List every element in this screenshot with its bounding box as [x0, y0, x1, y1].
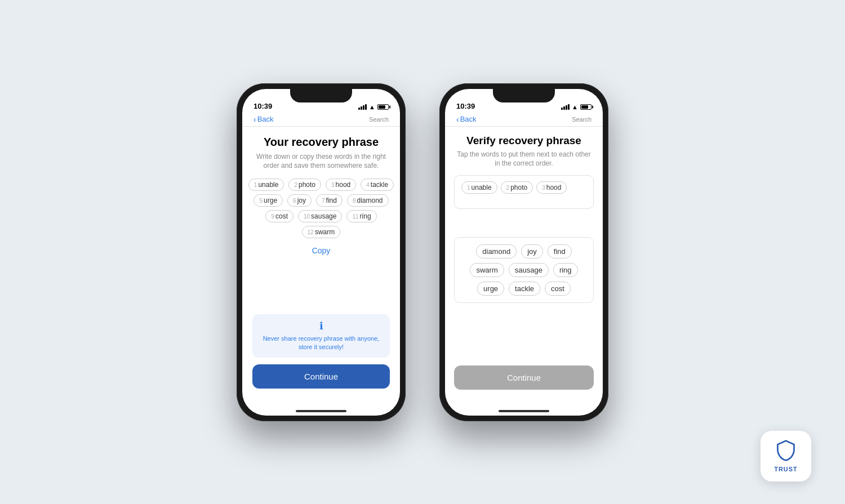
phrase-word-1: 1unable	[248, 179, 284, 191]
screen1-content: Your recovery phrase Write down or copy …	[242, 127, 400, 400]
wifi-icon: ▲	[369, 104, 375, 110]
phrase-word-4: 4tackle	[361, 179, 394, 191]
nav-search-bar-1: ‹ Back Search	[242, 114, 400, 127]
placed-word-3: 3hood	[536, 181, 567, 194]
answer-area[interactable]: 1unable 2photo 3hood	[454, 175, 594, 209]
phrase-row-2: 5urge 6joy 7find 8diamond	[254, 194, 388, 207]
back-button-2[interactable]: ‹ Back	[456, 115, 477, 124]
phone-2: 10:39 ▲ ‹ Ba	[439, 83, 608, 421]
battery-icon	[377, 104, 389, 110]
trust-shield-icon	[775, 440, 797, 462]
screen2-content: Verify recovery phrase Tap the words to …	[445, 127, 603, 400]
back-label-2: Back	[460, 115, 477, 123]
home-indicator-1	[242, 400, 400, 416]
spacer-2	[454, 215, 594, 237]
status-icons-1: ▲	[358, 104, 389, 110]
signal-icon-2	[561, 104, 570, 110]
back-label-1: Back	[257, 115, 274, 123]
verify-phrase-screen: Verify recovery phrase Tap the words to …	[445, 127, 603, 400]
recovery-phrase-screen: Your recovery phrase Write down or copy …	[242, 127, 400, 400]
phrase-word-7: 7find	[316, 194, 343, 207]
status-time-2: 10:39	[456, 102, 475, 110]
phrase-word-2: 2photo	[288, 179, 321, 191]
chevron-left-icon-2: ‹	[456, 115, 459, 124]
warning-icon: ℹ	[319, 320, 323, 332]
signal-icon	[358, 104, 367, 110]
phone-1: 10:39 ▲ ‹ Ba	[237, 83, 406, 421]
verify-subtitle: Tap the words to put them next to each o…	[454, 150, 594, 169]
home-bar-1	[296, 410, 346, 412]
recovery-subtitle: Write down or copy these words in the ri…	[252, 152, 390, 171]
phrase-word-11: 11ring	[346, 210, 376, 222]
spacer	[252, 261, 390, 314]
notch-2	[493, 89, 555, 102]
warning-text: Never share recovery phrase with anyone,…	[260, 334, 382, 352]
home-bar-2	[499, 410, 549, 412]
copy-button[interactable]: Copy	[252, 246, 390, 255]
bank-word-tackle[interactable]: tackle	[509, 282, 540, 296]
bank-word-swarm[interactable]: swarm	[470, 263, 504, 277]
trust-label: TRUST	[774, 466, 798, 472]
chevron-left-icon: ‹	[254, 115, 256, 124]
recovery-title: Your recovery phrase	[252, 136, 390, 149]
placed-word-2: 2photo	[501, 181, 533, 194]
phrase-word-3: 3hood	[326, 179, 356, 191]
bank-word-find[interactable]: find	[548, 244, 572, 258]
nav-search-bar-2: ‹ Back Search	[445, 114, 603, 127]
home-indicator-2	[445, 400, 603, 416]
wifi-icon-2: ▲	[572, 104, 578, 110]
verify-title: Verify recovery phrase	[454, 135, 594, 147]
phrase-word-8: 8diamond	[347, 194, 389, 207]
phrase-word-9: 9cost	[265, 210, 293, 222]
placed-word-1: 1unable	[461, 181, 497, 194]
bank-word-cost[interactable]: cost	[545, 282, 571, 296]
phrase-grid: 1unable 2photo 3hood 4tackle 5urge 6joy …	[252, 179, 390, 238]
bank-word-ring[interactable]: ring	[553, 263, 578, 277]
phrase-row-1: 1unable 2photo 3hood 4tackle	[248, 179, 394, 191]
bank-word-urge[interactable]: urge	[477, 282, 504, 296]
phrase-word-6: 6joy	[287, 194, 312, 207]
status-icons-2: ▲	[561, 104, 592, 110]
bank-word-diamond[interactable]: diamond	[476, 244, 517, 258]
phone-1-screen: 10:39 ▲ ‹ Ba	[242, 89, 400, 416]
notch-1	[290, 89, 352, 102]
search-label-1: Search	[369, 116, 389, 123]
bank-word-sausage[interactable]: sausage	[509, 263, 549, 277]
phrase-row-4: 12swarm	[302, 226, 340, 238]
phrase-word-12: 12swarm	[302, 226, 340, 238]
word-bank: diamond joy find swarm sausage ring urge…	[454, 237, 594, 303]
spacer-3	[454, 309, 594, 365]
phrase-word-10: 10sausage	[298, 210, 343, 222]
trust-badge: TRUST	[760, 431, 811, 481]
phrase-row-3: 9cost 10sausage 11ring	[265, 210, 376, 222]
phone-2-screen: 10:39 ▲ ‹ Ba	[445, 89, 603, 416]
search-label-2: Search	[572, 116, 592, 123]
continue-button-1[interactable]: Continue	[252, 364, 390, 389]
warning-box: ℹ Never share recovery phrase with anyon…	[252, 314, 390, 358]
back-button-1[interactable]: ‹ Back	[254, 115, 274, 124]
battery-icon-2	[580, 104, 592, 110]
phrase-word-5: 5urge	[254, 194, 283, 207]
status-time-1: 10:39	[254, 102, 272, 110]
continue-button-2: Continue	[454, 365, 594, 390]
bank-word-joy[interactable]: joy	[521, 244, 543, 258]
